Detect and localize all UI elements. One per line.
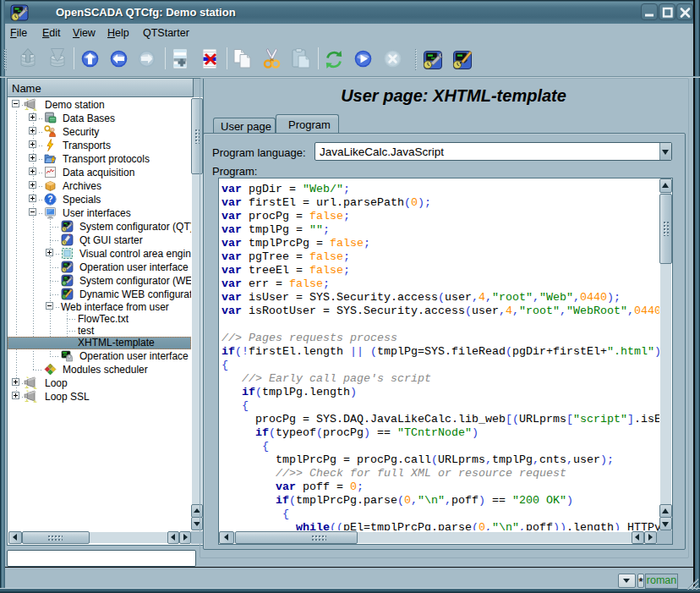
svg-text:?: ? bbox=[47, 194, 52, 204]
